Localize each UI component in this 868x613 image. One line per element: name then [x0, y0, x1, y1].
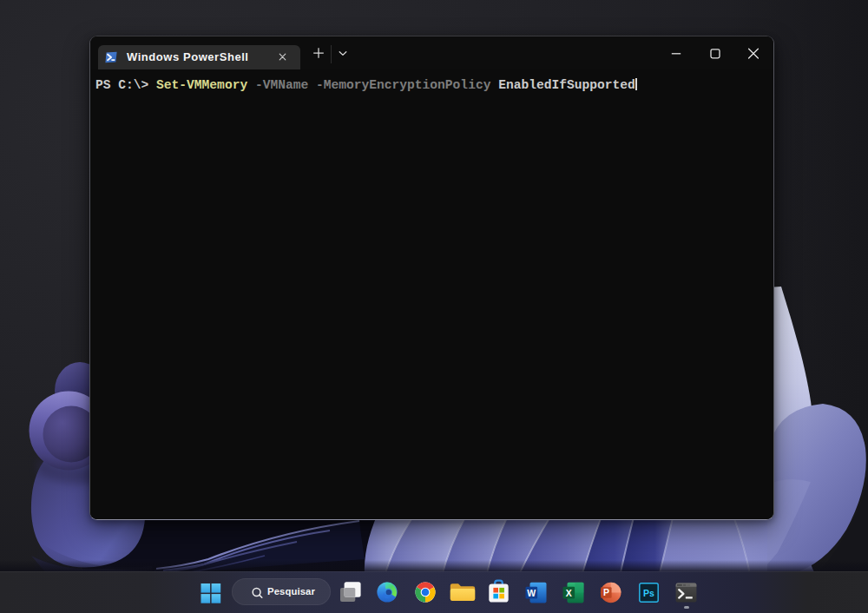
svg-text:X: X: [566, 588, 572, 598]
svg-text:P: P: [603, 587, 609, 597]
svg-text:W: W: [527, 588, 536, 598]
svg-text:Ps: Ps: [643, 588, 654, 598]
